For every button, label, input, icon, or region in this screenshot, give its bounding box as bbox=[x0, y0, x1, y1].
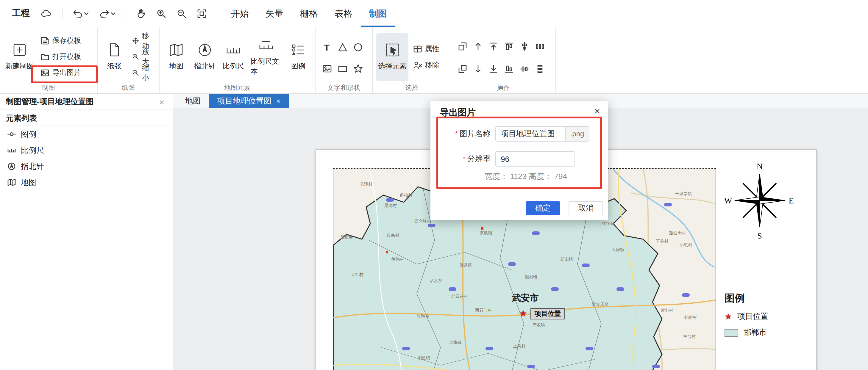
save-template-button[interactable]: 保存模板 bbox=[38, 34, 83, 48]
cloud-sync-button[interactable] bbox=[37, 9, 56, 18]
tab-start[interactable]: 开始 bbox=[223, 0, 257, 27]
operation-tools bbox=[455, 35, 548, 80]
remove-button[interactable]: 移除 bbox=[411, 58, 442, 72]
text-tool-button[interactable]: T bbox=[324, 42, 330, 52]
add-north-arrow-button[interactable]: 指北针 bbox=[192, 33, 218, 80]
cancel-button[interactable]: 取消 bbox=[568, 201, 603, 215]
open-template-icon bbox=[40, 52, 50, 61]
move-up-button[interactable] bbox=[473, 41, 483, 51]
export-image-button[interactable]: 导出图片 bbox=[38, 66, 83, 80]
element-item-label: 比例尺 bbox=[21, 145, 44, 156]
panel-close-button[interactable]: × bbox=[157, 97, 167, 107]
tab-vector[interactable]: 矢量 bbox=[257, 0, 292, 27]
ribbon-group-select: 选择元素 属性 移除 选择 bbox=[373, 27, 451, 93]
properties-button[interactable]: 属性 bbox=[411, 42, 442, 56]
text-tool-icon: T bbox=[324, 42, 330, 52]
element-item-legend[interactable]: 图例 bbox=[0, 126, 173, 142]
arrow-up-icon bbox=[473, 41, 483, 51]
village-label: 郊峪村 bbox=[684, 315, 697, 321]
star-tool-button[interactable] bbox=[353, 64, 363, 74]
legend-element-icon bbox=[290, 42, 306, 58]
element-item-label: 指北针 bbox=[21, 161, 44, 172]
paper-label: 纸张 bbox=[107, 61, 121, 71]
doc-tab-map[interactable]: 地图 bbox=[177, 94, 209, 108]
layout-manager-panel: 制图管理-项目地理位置图 × 元素列表 图例 比例尺 指北针 地图 bbox=[0, 94, 173, 370]
doc-tab-close-icon[interactable]: × bbox=[276, 97, 280, 105]
align-center-horizontal-button[interactable] bbox=[520, 41, 529, 51]
paper-icon bbox=[106, 42, 122, 58]
tab-mapping[interactable]: 制图 bbox=[361, 0, 395, 27]
paper-button[interactable]: 纸张 bbox=[101, 33, 127, 80]
doc-tab-layout[interactable]: 项目地理位置图 × bbox=[209, 94, 289, 108]
element-list-header: 元素列表 bbox=[0, 110, 173, 126]
ok-button[interactable]: 确定 bbox=[526, 201, 560, 215]
paper-zoom-in-button[interactable]: 放大 bbox=[130, 50, 155, 64]
village-label: 北西井村 bbox=[451, 293, 468, 299]
full-extent-tool-button[interactable] bbox=[193, 9, 211, 18]
compass-w-label: W bbox=[724, 196, 732, 205]
resolution-label-text: 分辨率 bbox=[467, 154, 491, 163]
image-tool-button[interactable] bbox=[322, 64, 332, 74]
village-label: 矿山镇 bbox=[560, 257, 573, 262]
undo-dropdown-icon[interactable] bbox=[84, 11, 89, 15]
dialog-close-button[interactable]: × bbox=[594, 106, 600, 116]
move-down-button[interactable] bbox=[473, 64, 483, 73]
tab-raster[interactable]: 栅格 bbox=[292, 0, 326, 27]
add-scalebar-text-label: 比例尺文本 bbox=[251, 56, 281, 76]
north-arrow-item-icon bbox=[7, 162, 16, 171]
align-bottom-button[interactable] bbox=[504, 64, 514, 73]
move-to-bottom-button[interactable] bbox=[489, 64, 498, 73]
village-label: 下关村 bbox=[656, 239, 668, 244]
zoom-in-tool-button[interactable] bbox=[152, 9, 170, 18]
legend-element[interactable]: 图例 ★ 项目位置 邯郸市 bbox=[724, 292, 768, 343]
redo-button[interactable] bbox=[95, 9, 120, 18]
pan-tool-button[interactable] bbox=[132, 9, 150, 18]
doc-tab-label: 地图 bbox=[185, 96, 200, 106]
legend-star-icon: ★ bbox=[724, 312, 732, 321]
element-item-map[interactable]: 地图 bbox=[0, 174, 173, 190]
add-legend-button[interactable]: 图例 bbox=[285, 33, 311, 80]
distribute-horizontal-button[interactable] bbox=[535, 41, 545, 51]
triangle-tool-button[interactable] bbox=[337, 42, 347, 52]
image-name-input[interactable] bbox=[495, 126, 565, 142]
road-badge bbox=[532, 231, 540, 235]
open-template-button[interactable]: 打开模板 bbox=[38, 50, 83, 64]
map-item-icon bbox=[7, 178, 16, 187]
remove-label: 移除 bbox=[425, 60, 439, 70]
align-middle-v-icon bbox=[520, 64, 529, 73]
add-scalebar-button[interactable]: 比例尺 bbox=[220, 33, 246, 80]
select-element-button[interactable]: 选择元素 bbox=[376, 33, 408, 80]
undo-button[interactable] bbox=[68, 9, 93, 18]
move-icon bbox=[132, 36, 139, 45]
application-window: 工程 开始 矢量 栅格 表格 制图 bbox=[0, 0, 868, 370]
add-scalebar-text-button[interactable]: 比例尺文本 bbox=[249, 33, 283, 80]
tab-table[interactable]: 表格 bbox=[326, 0, 361, 27]
village-label: 徘徊镇 bbox=[602, 221, 615, 227]
save-template-label: 保存模板 bbox=[52, 36, 81, 46]
resolution-field-row: *分辨率 bbox=[430, 151, 575, 167]
align-top-button[interactable] bbox=[504, 41, 514, 51]
distribute-vertical-button[interactable] bbox=[535, 64, 545, 73]
project-menu[interactable]: 工程 bbox=[7, 8, 34, 19]
rectangle-tool-button[interactable] bbox=[337, 64, 347, 74]
paper-zoom-out-button[interactable]: 缩小 bbox=[130, 66, 155, 80]
north-arrow-element[interactable]: N S W E bbox=[724, 161, 795, 240]
move-to-top-button[interactable] bbox=[489, 41, 498, 51]
element-item-scalebar[interactable]: 比例尺 bbox=[0, 142, 173, 158]
triangle-icon bbox=[337, 42, 347, 52]
village-label: 管陶乡 bbox=[416, 313, 429, 319]
resolution-input[interactable] bbox=[495, 151, 575, 167]
select-element-label: 选择元素 bbox=[378, 61, 407, 71]
bring-forward-button[interactable] bbox=[458, 41, 467, 51]
new-map-button[interactable]: 新建制图 bbox=[4, 33, 36, 80]
align-middle-vertical-button[interactable] bbox=[520, 64, 529, 73]
redo-dropdown-icon[interactable] bbox=[111, 11, 116, 15]
village-label: 菜梅乡 bbox=[340, 234, 353, 240]
paper-move-button[interactable]: 移动 bbox=[130, 34, 155, 48]
send-backward-button[interactable] bbox=[458, 64, 467, 73]
zoom-out-tool-button[interactable] bbox=[173, 9, 190, 18]
circle-tool-button[interactable] bbox=[353, 42, 363, 52]
divider bbox=[126, 8, 126, 19]
add-map-button[interactable]: 地图 bbox=[163, 33, 189, 80]
element-item-north-arrow[interactable]: 指北针 bbox=[0, 158, 173, 174]
